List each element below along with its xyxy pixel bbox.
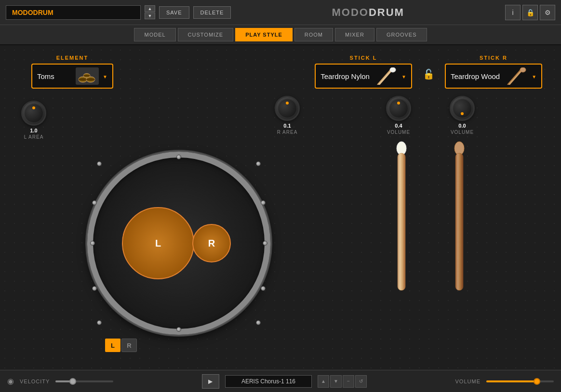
- stick-r-image: [504, 67, 528, 85]
- volume-label-bottom: VOLUME: [455, 379, 481, 384]
- volume-fill-bottom: [486, 380, 537, 382]
- stick-volumes-row: 0.4 VOLUME 0.0 VOLUME: [386, 96, 475, 135]
- lock-icon[interactable]: 🔓: [423, 68, 435, 80]
- l-area-value: 1.0: [30, 128, 37, 133]
- preset-up-button[interactable]: ▲: [145, 5, 155, 12]
- drum-bolt-r: [263, 241, 267, 246]
- stick-r-svg: [445, 140, 474, 294]
- r-area-knob-container: 0.1 R AREA: [275, 96, 300, 135]
- logo-drum: DRUM: [369, 6, 404, 18]
- save-button[interactable]: SAVE: [159, 6, 189, 19]
- lock-button[interactable]: 🔒: [522, 5, 538, 20]
- stick-r-label: STICK R: [480, 55, 508, 61]
- element-label: ELEMENT: [56, 55, 89, 61]
- drum-bolt-ll: [92, 286, 97, 291]
- tab-room[interactable]: ROOM: [294, 28, 333, 41]
- stick-r-selector[interactable]: Teardrop Wood ▼: [445, 64, 542, 89]
- volume-slider-bottom[interactable]: [486, 380, 554, 382]
- element-icon: [76, 67, 99, 85]
- transport-refresh-button[interactable]: ↺: [355, 375, 367, 388]
- svg-point-12: [32, 106, 35, 109]
- selector-row: ELEMENT Toms ▼: [10, 55, 551, 89]
- svg-point-3: [86, 78, 95, 81]
- r-button[interactable]: R: [121, 339, 137, 352]
- stick-r-volume-container: 0.0 VOLUME: [450, 96, 475, 135]
- hit-zone-right[interactable]: R: [192, 224, 231, 262]
- hit-zone-left[interactable]: L: [122, 207, 194, 279]
- r-area-label: R AREA: [277, 130, 298, 135]
- stick-r-volume-knob[interactable]: [450, 96, 475, 121]
- volume-handle-bottom[interactable]: [534, 378, 540, 385]
- stick-l-dropdown-arrow: ▼: [401, 74, 406, 79]
- velocity-slider[interactable]: [55, 380, 113, 382]
- stick-l-volume-label: VOLUME: [387, 130, 410, 135]
- drum-bolt-l: [90, 241, 95, 246]
- stick-l-volume-container: 0.4 VOLUME: [386, 96, 411, 135]
- lr-buttons: L R: [105, 339, 137, 352]
- transport-down-button[interactable]: ▼: [330, 375, 342, 388]
- l-area-controls: 1.0 L AREA: [10, 96, 58, 140]
- drum-center: 0.1 R AREA: [58, 96, 300, 352]
- svg-point-8: [390, 67, 396, 72]
- settings-button[interactable]: ⚙: [540, 5, 555, 20]
- element-section: ELEMENT Toms ▼: [10, 55, 106, 89]
- tab-grooves[interactable]: GROOVES: [376, 28, 427, 41]
- drum-bolt-ml: [92, 200, 97, 205]
- svg-line-7: [379, 69, 392, 85]
- l-area-label: L AREA: [24, 134, 44, 140]
- r-area-knob-inner: [278, 99, 296, 118]
- svg-rect-19: [455, 153, 463, 290]
- sticks-visual-row: [387, 140, 474, 294]
- velocity-label: VELOCITY: [20, 379, 50, 384]
- drum-bolt-mr: [261, 200, 266, 205]
- delete-button[interactable]: DELETE: [193, 6, 231, 19]
- drum-wrapper: L R: [87, 152, 270, 335]
- svg-point-15: [461, 112, 464, 115]
- velocity-handle[interactable]: [69, 378, 76, 385]
- top-bar: ▲ ▼ SAVE DELETE MODODRUM i 🔒 ⚙: [0, 0, 561, 25]
- stick-l-visual: [387, 140, 416, 294]
- tab-mixer[interactable]: MIXER: [335, 28, 374, 41]
- stick-l-label: STICK L: [350, 55, 377, 61]
- logo-modo: MODO: [332, 6, 368, 18]
- stick-lock-area[interactable]: 🔓: [416, 68, 441, 80]
- transport-up-button[interactable]: ▲: [318, 375, 329, 388]
- sticks-right-area: 0.4 VOLUME 0.0 VOLUME: [300, 96, 551, 294]
- preset-display: AERIS Chorus-1 116: [225, 375, 312, 388]
- bottom-bar: ◉ VELOCITY ▶ AERIS Chorus-1 116 ▲ ▼ − ↺ …: [0, 370, 561, 392]
- top-icons: i 🔒 ⚙: [505, 5, 555, 20]
- element-value: Toms: [37, 72, 72, 80]
- element-selector[interactable]: Toms ▼: [31, 64, 113, 89]
- transport-controls: ▲ ▼ − ↺: [318, 375, 367, 388]
- stick-r-dropdown-arrow: ▼: [532, 74, 536, 79]
- nav-tabs: MODEL CUSTOMIZE PLAY STYLE ROOM MIXER GR…: [0, 25, 561, 45]
- tab-customize[interactable]: CUSTOMIZE: [178, 28, 234, 41]
- info-button[interactable]: i: [505, 5, 521, 20]
- preset-down-button[interactable]: ▼: [145, 13, 155, 19]
- stick-r-volume-knob-inner: [453, 99, 471, 118]
- preset-arrows: ▲ ▼: [145, 5, 155, 19]
- l-area-knob[interactable]: [21, 101, 46, 126]
- stick-l-selector[interactable]: Teardrop Nylon ▼: [315, 64, 412, 89]
- l-button[interactable]: L: [105, 339, 120, 352]
- drum-circle[interactable]: L R: [87, 152, 270, 335]
- drum-bolt-lr: [261, 286, 266, 291]
- l-area-knob-inner: [25, 104, 43, 122]
- hit-zone-right-label: R: [208, 238, 215, 249]
- hit-zone-left-label: L: [155, 238, 161, 249]
- tab-model[interactable]: MODEL: [134, 28, 175, 41]
- svg-point-14: [397, 102, 400, 105]
- svg-line-10: [509, 69, 522, 85]
- stick-l-volume-knob[interactable]: [386, 96, 411, 121]
- svg-point-1: [79, 78, 87, 81]
- stick-l-image: [374, 67, 398, 85]
- play-button[interactable]: ▶: [202, 374, 219, 389]
- svg-point-11: [520, 67, 526, 72]
- stick-r-volume-value: 0.0: [458, 123, 466, 129]
- transport-minus-button[interactable]: −: [343, 375, 354, 388]
- r-area-knob[interactable]: [275, 96, 300, 121]
- drum-bolt-bl: [97, 320, 102, 325]
- tab-play-style[interactable]: PLAY STYLE: [235, 28, 293, 41]
- smiley-icon[interactable]: ◉: [7, 377, 14, 386]
- preset-name-input[interactable]: [6, 5, 141, 20]
